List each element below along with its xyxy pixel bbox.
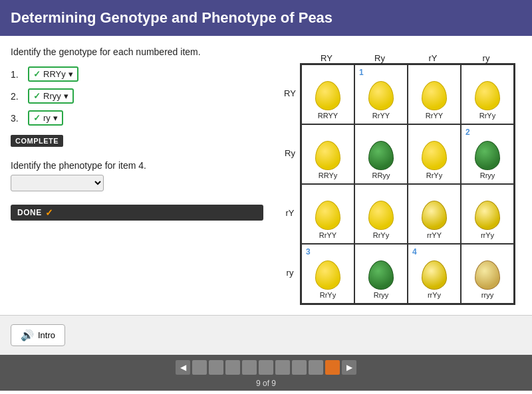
nav-page-7[interactable]	[292, 360, 307, 375]
page-title: Determining Genotype and Phenotype of Pe…	[11, 9, 332, 26]
nav-page-8[interactable]	[309, 360, 323, 375]
nav-page-9[interactable]	[325, 360, 340, 375]
cell-label-1: RrYY	[372, 112, 390, 120]
answer-select-2[interactable]: ✓ Rryy ▾	[28, 88, 74, 104]
punnett-cell-1: 1RrYY	[354, 64, 408, 124]
pea-icon-2	[422, 81, 447, 110]
phenotype-instruction: Identify the phenotype for item 4.	[11, 160, 263, 171]
pea-icon-15	[475, 260, 500, 290]
cell-label-6: RrYy	[426, 171, 442, 179]
punnett-rows: RY Ry rY ry RRYY1RrYYRrYYRrYyRRYyRRyyRrY…	[280, 63, 515, 305]
punnett-cell-5: RRyy	[354, 124, 408, 184]
pea-icon-11	[475, 201, 500, 230]
intro-label: Intro	[38, 330, 55, 340]
bottom-bar: 🔊 Intro	[0, 315, 532, 355]
punnett-cell-14: 4rrYy	[408, 244, 461, 304]
punnett-cell-12: 3RrYy	[301, 244, 354, 304]
answer-select-3[interactable]: ✓ ry ▾	[28, 110, 63, 126]
cell-label-2: RrYY	[426, 112, 443, 120]
phenotype-dropdown[interactable]: round yellow round green wrinkled yellow…	[11, 175, 104, 191]
nav-page-1[interactable]	[192, 360, 207, 375]
cell-label-4: RRYy	[319, 171, 338, 179]
pea-icon-3	[475, 81, 500, 110]
punnett-cell-10: rrYY	[408, 184, 461, 244]
cell-label-5: RRyy	[372, 171, 390, 179]
cell-label-7: Rryy	[480, 171, 495, 179]
punnett-cell-0: RRYY	[301, 64, 354, 124]
check-icon-1: ✓	[33, 69, 41, 79]
cell-label-0: RRYY	[318, 112, 338, 120]
cell-label-12: RrYy	[320, 291, 336, 299]
answer-label-3: 3.	[11, 113, 24, 124]
punnett-cell-3: RrYy	[461, 64, 514, 124]
punnett-cell-4: RRYy	[301, 124, 354, 184]
cell-number-12: 3	[306, 247, 311, 256]
cell-number-14: 4	[412, 247, 417, 256]
nav-page-6[interactable]	[275, 360, 290, 375]
done-button[interactable]: DONE ✓	[11, 205, 263, 221]
answer-value-1: RRYy	[43, 69, 66, 79]
answer-row-1: 1. ✓ RRYy ▾	[11, 66, 263, 82]
row-header-3: ry	[280, 243, 300, 302]
row-headers: RY Ry rY ry	[280, 63, 300, 305]
pea-icon-5	[368, 141, 394, 170]
done-label: DONE	[17, 208, 42, 217]
cell-label-13: Rryy	[374, 291, 389, 299]
pea-icon-0	[315, 81, 340, 110]
cell-label-14: rrYy	[428, 291, 441, 299]
pea-icon-10	[422, 201, 447, 230]
done-check-icon: ✓	[45, 207, 54, 218]
nav-next-button[interactable]: ▶	[342, 360, 356, 375]
nav-page-3[interactable]	[225, 360, 240, 375]
answer-row-2: 2. ✓ Rryy ▾	[11, 88, 263, 104]
nav-controls: ◀ ▶	[176, 360, 356, 375]
pea-icon-6	[422, 141, 447, 170]
column-headers: RY Ry rY ry	[300, 53, 515, 63]
col-header-2: rY	[406, 53, 460, 63]
pea-icon-9	[368, 201, 394, 230]
col-header-3: ry	[460, 53, 513, 63]
nav-prev-button[interactable]: ◀	[176, 360, 190, 375]
arrow-icon-1: ▾	[68, 69, 73, 79]
punnett-cell-11: rrYy	[461, 184, 514, 244]
col-header-1: Ry	[353, 53, 406, 63]
row-header-0: RY	[280, 63, 300, 123]
arrow-icon-2: ▾	[64, 91, 68, 101]
cell-label-11: rrYy	[481, 231, 494, 239]
nav-page-5[interactable]	[259, 360, 273, 375]
answer-label-1: 1.	[11, 69, 24, 80]
pea-icon-8	[315, 201, 340, 230]
pea-icon-7	[475, 141, 500, 170]
intro-button[interactable]: 🔊 Intro	[11, 324, 65, 346]
nav-bar: ◀ ▶ 9 of 9	[0, 355, 532, 391]
check-icon-3: ✓	[33, 113, 41, 123]
answer-label-2: 2.	[11, 91, 24, 102]
complete-badge: COMPLETE	[11, 132, 263, 149]
nav-page-4[interactable]	[242, 360, 257, 375]
main-content: Identify the genotype for each numbered …	[0, 36, 532, 315]
cell-label-8: RrYY	[319, 231, 336, 239]
arrow-icon-3: ▾	[53, 113, 58, 123]
pea-icon-14	[422, 260, 447, 290]
punnett-cell-15: rryy	[461, 244, 514, 304]
answer-value-3: ry	[43, 113, 51, 123]
answer-row-3: 3. ✓ ry ▾	[11, 110, 263, 126]
punnett-container: RY Ry rY ry RY Ry rY ry RRYY1RrYYRrYYRrY…	[280, 53, 515, 305]
pea-icon-12	[315, 260, 340, 290]
col-header-0: RY	[300, 53, 353, 63]
nav-page-label: 9 of 9	[256, 379, 276, 388]
answer-value-2: Rryy	[43, 91, 61, 101]
punnett-cell-2: RrYY	[408, 64, 461, 124]
cell-label-3: RrYy	[479, 112, 495, 120]
speaker-icon: 🔊	[21, 329, 34, 342]
nav-page-2[interactable]	[209, 360, 223, 375]
check-icon-2: ✓	[33, 91, 41, 101]
genotype-instruction: Identify the genotype for each numbered …	[11, 47, 263, 57]
punnett-cell-9: RrYy	[354, 184, 408, 244]
left-panel: Identify the genotype for each numbered …	[11, 47, 263, 304]
cell-number-7: 2	[466, 128, 470, 137]
pea-icon-1	[368, 81, 394, 110]
answer-select-1[interactable]: ✓ RRYy ▾	[28, 66, 78, 82]
punnett-cell-8: RrYY	[301, 184, 354, 244]
right-panel: RY Ry rY ry RY Ry rY ry RRYY1RrYYRrYYRrY…	[274, 47, 521, 304]
